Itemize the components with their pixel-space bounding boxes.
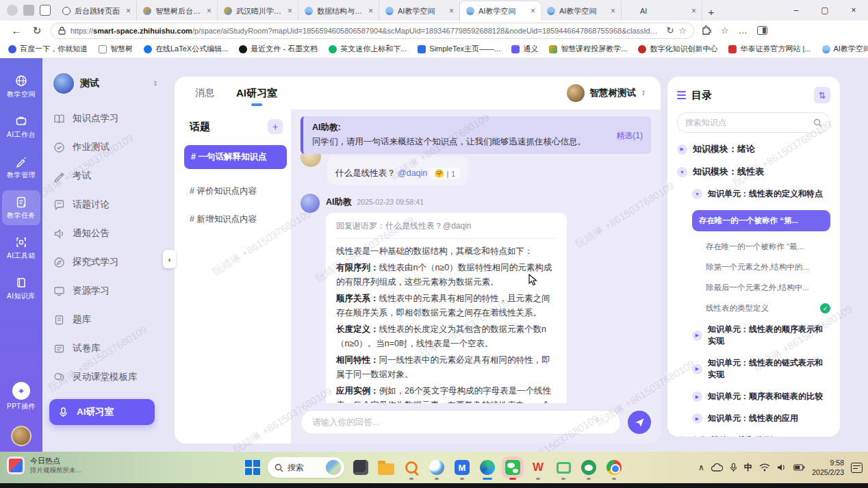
tab-close-icon[interactable]: ×: [205, 6, 213, 16]
volume-icon[interactable]: [777, 463, 787, 472]
extensions-icon[interactable]: [701, 25, 711, 37]
tab-close-icon[interactable]: ×: [448, 6, 455, 16]
taskbar-app-chrome[interactable]: [605, 459, 623, 476]
tab-groups-icon[interactable]: [23, 5, 34, 16]
featured-badge[interactable]: 精选(1): [616, 129, 643, 141]
bookmark-latex[interactable]: 在线LaTeX公式编辑...: [144, 44, 228, 54]
account-switcher[interactable]: 智慧树测试 ▲▼: [567, 84, 646, 102]
taskbar-app-screencast[interactable]: [554, 459, 572, 476]
tab-aispace-active[interactable]: AI教学空间×: [460, 1, 541, 21]
mention-link[interactable]: @daqin: [398, 168, 427, 178]
tab-close-icon[interactable]: ×: [529, 6, 537, 16]
settings-more-icon[interactable]: …: [739, 25, 748, 36]
bookmark-shimo[interactable]: 最近文件 - 石墨文档: [239, 44, 318, 54]
toc-leaf-type-definition[interactable]: 线性表的类型定义✓: [706, 303, 830, 313]
rail-item-ai-toolbox[interactable]: AI工具箱: [2, 231, 40, 266]
toc-unit-definition[interactable]: ▼知识单元：线性表的定义和特点: [692, 188, 830, 200]
taskbar-app-wps[interactable]: W: [529, 459, 547, 476]
toc-leaf-first-node[interactable]: 存在唯一的一个被称作 “第...: [692, 210, 830, 231]
refresh-icon[interactable]: ↻: [30, 25, 44, 37]
collections-icon[interactable]: ☆: [721, 25, 729, 36]
bookmark-simpletex[interactable]: SimpleTex主页——...: [418, 44, 500, 54]
sidebar-item-resource-learning[interactable]: 资源学习: [53, 284, 157, 298]
tab-ai[interactable]: AI×: [622, 1, 702, 21]
sidebar-item-knowledge-learning[interactable]: 知识点学习: [53, 112, 157, 125]
sidebar-item-ai-studyroom[interactable]: AI研习室: [49, 399, 155, 425]
taskbar-clock[interactable]: 9:58 2025/2/23: [812, 458, 844, 477]
bookmark-baidu[interactable]: 百度一下，你就知道: [8, 44, 88, 54]
notification-center-icon[interactable]: [851, 463, 863, 473]
taskbar-app-zhihuishu[interactable]: [580, 459, 598, 476]
sidebar-item-paper-bank[interactable]: 试卷库: [53, 342, 157, 355]
rail-item-ai-workbench[interactable]: AI工作台: [2, 110, 40, 144]
tab-admin[interactable]: 智慧树后台管理×: [137, 1, 218, 21]
reaction-chip[interactable]: 🤗 | 1: [430, 168, 460, 179]
toc-unit-linked[interactable]: ▶知识单元：线性表的链式表示和实现: [692, 357, 830, 381]
onedrive-cloud-icon[interactable]: [711, 463, 723, 472]
chevron-right-icon[interactable]: ▶: [692, 364, 702, 374]
add-topic-button[interactable]: +: [268, 119, 283, 134]
chevron-right-icon[interactable]: ▶: [677, 144, 687, 155]
bookmark-subscript[interactable]: 英文迷你上标和下...: [329, 44, 407, 54]
start-button[interactable]: [245, 460, 260, 475]
toc-unit-comparison[interactable]: ▶知识单元：顺序表和链表的比较: [692, 391, 830, 402]
topic-item-add[interactable]: # 新增知识点内容: [190, 214, 283, 225]
send-button[interactable]: [628, 411, 651, 434]
taskbar-app-notes[interactable]: [352, 459, 370, 476]
bookmark-aispace[interactable]: AI教学空间3.0: [822, 44, 868, 54]
toc-module-stack-queue[interactable]: ▶知识模块：栈和队列: [677, 435, 830, 437]
window-close-button[interactable]: ×: [839, 0, 868, 21]
taskbar-app-explorer[interactable]: [377, 459, 395, 476]
bookmark-zhihuishu[interactable]: 智慧树: [99, 44, 133, 54]
toc-leaf-last-node[interactable]: 存在唯一的一个被称作 “最...: [706, 242, 830, 252]
window-minimize-button[interactable]: –: [782, 0, 810, 21]
toc-leaf-except-last[interactable]: 除最后一个元素之外,结构中...: [706, 283, 830, 293]
chevron-right-icon[interactable]: ▶: [692, 331, 702, 341]
user-avatar[interactable]: [11, 426, 31, 446]
sidebar-toggle-icon[interactable]: [757, 26, 767, 35]
bookmark-knowledge-center[interactable]: 数字化知识创新中心: [638, 44, 717, 54]
tab-messages[interactable]: 消息: [195, 87, 214, 99]
rail-item-teaching-space[interactable]: 教学空间: [2, 69, 40, 104]
url-field[interactable]: https://smart-space.zhihuishu.com/p/spac…: [51, 23, 694, 39]
toc-search-input[interactable]: [685, 118, 808, 127]
toc-collapse-all-icon[interactable]: ⇅: [814, 87, 830, 103]
chevron-right-icon[interactable]: ▶: [692, 413, 702, 424]
tab-close-icon[interactable]: ×: [125, 6, 132, 16]
chevron-down-icon[interactable]: ▼: [692, 189, 702, 199]
ime-indicator[interactable]: 中: [744, 462, 753, 474]
sidebar-item-homework-test[interactable]: 作业测试: [53, 140, 157, 154]
chevron-right-icon[interactable]: ▶: [692, 391, 702, 402]
taskbar-app-search-tool[interactable]: [403, 459, 420, 476]
tab-ai-studyroom[interactable]: AI研习室: [236, 87, 277, 100]
taskbar-app-edge[interactable]: [478, 459, 496, 476]
topic-item-explain[interactable]: # 一句话解释知识点: [184, 145, 287, 169]
sidebar-item-exam[interactable]: 考试: [53, 169, 157, 183]
chevron-right-icon[interactable]: ▶: [677, 436, 687, 437]
toc-leaf-except-first[interactable]: 除第一个元素之外,结构中的...: [706, 262, 830, 272]
reply-input[interactable]: [301, 410, 621, 435]
taskbar-search[interactable]: 搜索: [268, 457, 344, 478]
tab-close-icon[interactable]: ×: [609, 6, 617, 16]
chevron-down-icon[interactable]: ▼: [677, 167, 687, 177]
toc-module-intro[interactable]: ▶知识模块：绪论: [677, 143, 830, 155]
rail-item-ppt-plugin[interactable]: ✦ PPT插件: [2, 377, 40, 416]
sidebar-item-classroom-templates[interactable]: 灵动课堂模板库: [53, 370, 157, 384]
tab-close-icon[interactable]: ×: [690, 6, 698, 16]
rail-item-ai-knowledge[interactable]: AI知识库: [2, 271, 40, 306]
translate-icon[interactable]: ↻: [666, 25, 674, 36]
wifi-icon[interactable]: [759, 463, 770, 472]
bookmark-huatai[interactable]: 华泰证券官方网站 |...: [728, 44, 810, 54]
back-icon[interactable]: ←: [10, 25, 23, 36]
taskbar-app-qq[interactable]: [428, 459, 446, 476]
profile-icon[interactable]: [7, 5, 18, 16]
rail-item-teaching-manage[interactable]: 教学管理: [2, 150, 40, 185]
toc-search[interactable]: [677, 112, 830, 133]
sidebar-item-inquiry-learning[interactable]: 探究式学习: [53, 255, 157, 269]
toc-unit-application[interactable]: ▶知识单元：线性表的应用: [692, 413, 830, 424]
tab-aispace-2[interactable]: AI教学空间×: [541, 1, 622, 21]
toc-unit-sequential[interactable]: ▶知识单元：线性表的顺序表示和实现: [692, 324, 830, 347]
microphone-icon[interactable]: [730, 463, 737, 472]
tab-close-icon[interactable]: ×: [286, 6, 294, 16]
taskbar-app-m[interactable]: M: [453, 459, 471, 476]
